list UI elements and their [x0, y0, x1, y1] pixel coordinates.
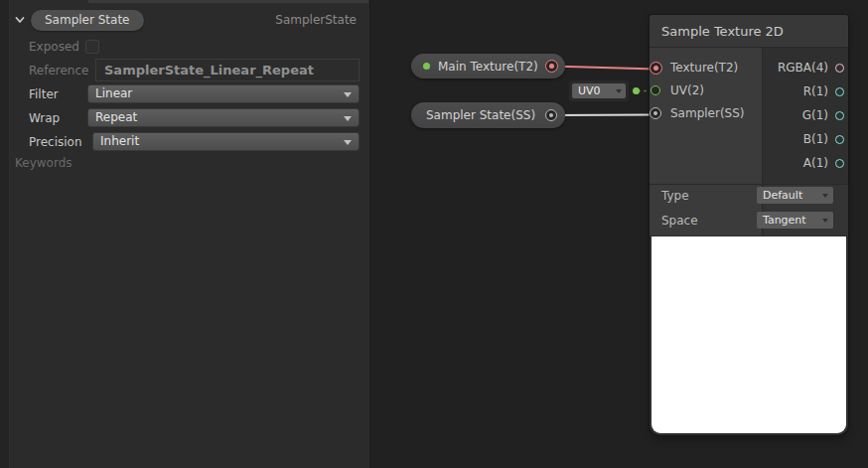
node-label: Sampler State(SS)	[426, 108, 545, 122]
shader-graph-window: Sampler State SamplerState Exposed Refer…	[0, 0, 868, 468]
output-port-r[interactable]	[835, 87, 844, 96]
clipped-field-above	[88, 0, 368, 3]
input-row-sampler: Sampler(SS)	[650, 102, 745, 124]
output-port-b[interactable]	[835, 135, 844, 144]
uv-channel-value: UV0	[578, 84, 601, 97]
input-port-label: Texture(T2)	[670, 61, 738, 75]
property-pill-sampler-state[interactable]: Sampler State	[31, 10, 144, 31]
output-port-label: B(1)	[803, 132, 828, 146]
uv-channel-dropdown[interactable]: UV0	[569, 80, 629, 101]
keywords-section-label: Keywords	[15, 156, 72, 170]
chevron-down-icon	[616, 89, 622, 93]
output-port-sampler[interactable]	[545, 109, 557, 121]
input-port-sampler[interactable]	[650, 107, 661, 119]
node-title: Sample Texture 2D	[650, 15, 848, 48]
input-row-uv: UV(2)	[650, 79, 704, 101]
type-label: Type	[661, 189, 689, 203]
output-port-a[interactable]	[835, 159, 844, 168]
node-sample-texture-2d[interactable]: Sample Texture 2D Texture(T2) UV(2) Samp…	[650, 15, 848, 435]
exposed-dot-icon	[423, 63, 430, 70]
output-port-label: G(1)	[802, 108, 828, 122]
chevron-down-icon	[822, 219, 828, 223]
input-row-texture: Texture(T2)	[650, 57, 738, 78]
input-port-label: Sampler(SS)	[670, 106, 745, 120]
edge-texture[interactable]	[550, 67, 655, 70]
panel-left-gutter	[0, 0, 9, 468]
property-type-label: SamplerState	[275, 13, 357, 27]
reference-input[interactable]: SamplerState_Linear_Repeat	[95, 59, 360, 81]
node-port-section: Texture(T2) UV(2) Sampler(SS) RGBA(4) R(…	[650, 48, 848, 184]
output-row-g: G(1)	[802, 104, 844, 126]
chevron-down-icon	[822, 194, 828, 198]
precision-dropdown[interactable]: Inherit	[92, 132, 360, 151]
wrap-dropdown[interactable]: Repeat	[87, 108, 360, 127]
wrap-label: Wrap	[29, 111, 60, 125]
node-preview	[651, 236, 846, 433]
node-label: Main Texture(T2)	[438, 60, 545, 74]
chevron-down-icon	[344, 116, 352, 121]
type-value: Default	[763, 189, 802, 202]
output-port-g[interactable]	[835, 111, 844, 120]
output-port-label: A(1)	[803, 156, 828, 170]
space-dropdown[interactable]: Tangent	[757, 212, 833, 229]
exposed-label: Exposed	[29, 40, 79, 54]
input-port-label: UV(2)	[670, 83, 704, 97]
node-controls-section: Type Default Space Tangent	[650, 184, 848, 235]
output-port-label: R(1)	[803, 84, 828, 98]
precision-value: Inherit	[100, 134, 139, 148]
input-port-uv[interactable]	[651, 85, 660, 95]
node-settings-panel: Sampler State SamplerState Exposed Refer…	[9, 0, 370, 468]
type-dropdown[interactable]: Default	[757, 187, 833, 204]
filter-dropdown[interactable]: Linear	[87, 84, 360, 103]
output-port-texture[interactable]	[545, 60, 558, 73]
output-row-b: B(1)	[803, 128, 844, 150]
chevron-down-icon	[344, 140, 352, 145]
space-label: Space	[661, 214, 698, 228]
input-port-texture[interactable]	[650, 62, 662, 75]
uv-default-stub-icon	[633, 87, 640, 94]
node-main-texture[interactable]: Main Texture(T2)	[411, 54, 565, 78]
filter-label: Filter	[29, 87, 59, 101]
edge-sampler[interactable]	[551, 115, 655, 116]
output-row-a: A(1)	[803, 152, 844, 174]
filter-value: Linear	[95, 86, 132, 100]
node-sampler-state[interactable]: Sampler State(SS)	[411, 102, 565, 128]
output-row-r: R(1)	[803, 80, 844, 102]
output-row-rgba: RGBA(4)	[778, 57, 844, 78]
precision-label: Precision	[29, 135, 82, 149]
reference-label: Reference	[29, 64, 88, 78]
wrap-value: Repeat	[95, 110, 137, 124]
output-port-rgba[interactable]	[835, 64, 844, 73]
chevron-down-icon[interactable]	[14, 14, 26, 26]
chevron-down-icon	[344, 92, 352, 97]
space-value: Tangent	[763, 214, 806, 227]
exposed-checkbox[interactable]	[85, 40, 99, 54]
output-port-label: RGBA(4)	[778, 61, 828, 75]
